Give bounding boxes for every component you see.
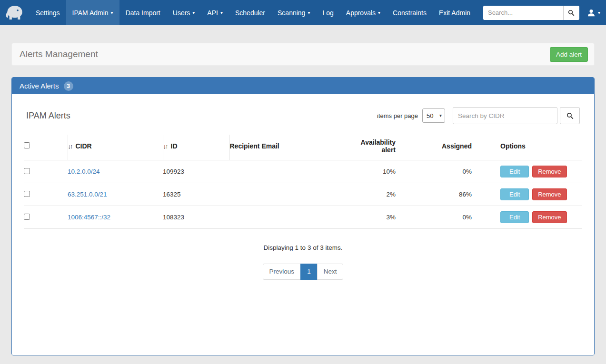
edit-button[interactable]: Edit — [500, 211, 529, 223]
page-header: Alerts Management Add alert — [11, 43, 595, 66]
alerts-table: ↓↑CIDR ↓↑ID Recipient Email Availability… — [24, 135, 582, 229]
items-per-page-label: items per page — [377, 112, 418, 119]
row-checkbox[interactable] — [24, 214, 30, 220]
cidr-search-input[interactable] — [453, 107, 557, 124]
nav-item-scheduler[interactable]: Scheduler — [229, 0, 271, 25]
caret-down-icon: ▾ — [192, 10, 195, 15]
cidr-cell: 10.2.0.0/24 — [68, 160, 163, 183]
sort-icon: ↓↑ — [68, 143, 72, 150]
nav-item-label: Scheduler — [235, 9, 265, 17]
column-header-cidr[interactable]: ↓↑CIDR — [68, 135, 163, 160]
column-header-id[interactable]: ↓↑ID — [163, 135, 229, 160]
id-cell: 16325 — [163, 183, 229, 206]
items-per-page-value: 50 — [427, 112, 433, 119]
nav-item-api[interactable]: API▾ — [201, 0, 229, 25]
caret-down-icon: ▾ — [308, 10, 310, 15]
table-row: 63.251.0.0/21 16325 2% 86% Edit Remove — [24, 183, 582, 206]
nav-item-approvals[interactable]: Approvals▾ — [340, 0, 387, 25]
nav-item-constraints[interactable]: Constraints — [387, 0, 433, 25]
table-section-title: IPAM Alerts — [26, 111, 70, 121]
nav-item-data-import[interactable]: Data Import — [119, 0, 167, 25]
nav-item-exit-admin[interactable]: Exit Admin — [433, 0, 477, 25]
row-select-cell — [24, 183, 68, 206]
cidr-link[interactable]: 10.2.0.0/24 — [68, 168, 100, 175]
search-icon — [568, 10, 575, 16]
remove-button[interactable]: Remove — [532, 188, 566, 200]
row-select-cell — [24, 206, 68, 229]
assigned-cell: 0% — [397, 206, 474, 229]
nav-item-label: IPAM Admin — [72, 9, 109, 17]
column-header-email: Recipient Email — [229, 135, 345, 160]
elephant-logo[interactable] — [3, 0, 30, 25]
caret-down-icon: ▾ — [598, 10, 600, 15]
caret-down-icon: ▾ — [378, 10, 380, 15]
options-cell: Edit Remove — [474, 206, 582, 229]
nav-item-label: Log — [322, 9, 333, 17]
user-menu[interactable]: ▾ — [587, 9, 600, 17]
availability-cell: 3% — [345, 206, 397, 229]
cidr-link[interactable]: 1006:4567::/32 — [68, 214, 110, 221]
assigned-cell: 0% — [397, 160, 474, 183]
table-header-row: ↓↑CIDR ↓↑ID Recipient Email Availability… — [24, 135, 582, 160]
elephant-logo-icon — [5, 4, 25, 22]
nav-item-label: Scanning — [278, 9, 305, 17]
navbar-search-input[interactable] — [483, 6, 563, 20]
table-controls: IPAM Alerts items per page 50 ▾ — [24, 94, 582, 135]
cidr-cell: 1006:4567::/32 — [68, 206, 163, 229]
nav-item-label: Exit Admin — [439, 9, 470, 17]
nav-item-label: Approvals — [346, 9, 376, 17]
nav-item-users[interactable]: Users▾ — [167, 0, 201, 25]
edit-button[interactable]: Edit — [500, 188, 529, 200]
nav-item-log[interactable]: Log — [316, 0, 339, 25]
nav-item-ipam-admin[interactable]: IPAM Admin▾ — [66, 0, 119, 25]
sort-icon: ↓↑ — [163, 143, 168, 150]
alert-count-badge: 3 — [64, 81, 73, 91]
remove-button[interactable]: Remove — [532, 166, 566, 177]
nav-item-label: Data Import — [126, 9, 160, 17]
nav-item-settings[interactable]: Settings — [30, 0, 66, 25]
column-header-availability: Availability alert — [345, 135, 397, 160]
email-cell — [229, 160, 345, 183]
panel-heading: Active Alerts 3 — [12, 78, 594, 94]
results-summary: Displaying 1 to 3 of 3 items. — [24, 244, 582, 251]
nav-item-label: Constraints — [393, 9, 427, 17]
page-title: Alerts Management — [20, 49, 98, 59]
items-per-page-select[interactable]: 50 ▾ — [422, 108, 445, 123]
cidr-cell: 63.251.0.0/21 — [68, 183, 163, 206]
caret-down-icon: ▾ — [220, 10, 223, 15]
table-row: 1006:4567::/32 108323 3% 0% Edit Remove — [24, 206, 582, 229]
caret-down-icon: ▾ — [111, 10, 113, 15]
main-menu: Settings IPAM Admin▾ Data Import Users▾ … — [30, 0, 477, 25]
availability-cell: 10% — [345, 160, 397, 183]
row-checkbox[interactable] — [24, 191, 30, 197]
cidr-search-button[interactable] — [560, 107, 580, 124]
caret-down-icon: ▾ — [439, 113, 442, 118]
nav-item-label: API — [207, 9, 218, 17]
navbar-search-button[interactable] — [563, 6, 579, 20]
pagination-page-1[interactable]: 1 — [300, 264, 318, 280]
options-cell: Edit Remove — [474, 183, 582, 206]
user-icon — [587, 9, 596, 17]
column-header-options: Options — [474, 135, 582, 160]
assigned-cell: 86% — [397, 183, 474, 206]
top-navbar: Settings IPAM Admin▾ Data Import Users▾ … — [0, 0, 606, 25]
cidr-link[interactable]: 63.251.0.0/21 — [68, 191, 107, 198]
row-select-cell — [24, 160, 68, 183]
pagination-previous[interactable]: Previous — [263, 264, 301, 280]
email-cell — [229, 183, 345, 206]
edit-button[interactable]: Edit — [500, 166, 529, 177]
nav-item-label: Users — [173, 9, 190, 17]
id-cell: 108323 — [163, 206, 229, 229]
active-alerts-panel: Active Alerts 3 IPAM Alerts items per pa… — [11, 77, 595, 355]
row-checkbox[interactable] — [24, 168, 30, 174]
add-alert-button[interactable]: Add alert — [550, 47, 588, 62]
select-all-checkbox[interactable] — [24, 142, 30, 148]
nav-item-scanning[interactable]: Scanning▾ — [271, 0, 316, 25]
table-row: 10.2.0.0/24 109923 10% 0% Edit Remove — [24, 160, 582, 183]
panel-title: Active Alerts — [20, 82, 59, 90]
pagination-next[interactable]: Next — [317, 264, 344, 280]
navbar-right: ▾ — [483, 0, 600, 25]
nav-item-label: Settings — [36, 9, 60, 17]
table-controls-right: items per page 50 ▾ — [377, 107, 580, 124]
remove-button[interactable]: Remove — [532, 211, 566, 223]
